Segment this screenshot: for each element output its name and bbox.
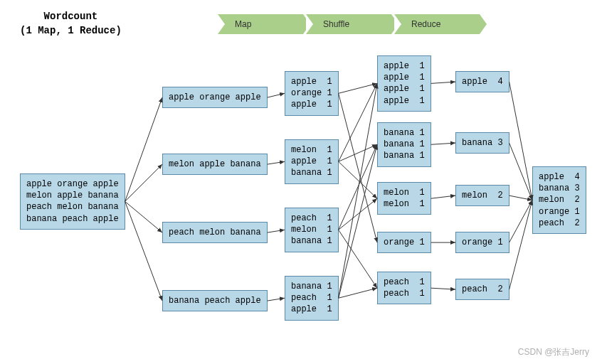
shuffle-box-banana: banana 1 banana 1 banana 1 (377, 122, 431, 167)
title-line1: Wordcount (20, 10, 122, 24)
svg-line-27 (509, 200, 532, 242)
watermark: CSDN @张吉Jerry (518, 346, 589, 358)
svg-line-6 (268, 230, 285, 232)
reduce-box-melon: melon 2 (455, 185, 509, 206)
svg-line-28 (509, 200, 532, 289)
split-box-2: peach melon banana (162, 222, 268, 243)
svg-line-7 (268, 298, 285, 301)
map-box-1: melon 1 apple 1 banana 1 (285, 139, 339, 184)
split-box-1: melon apple banana (162, 154, 268, 175)
svg-line-21 (431, 196, 455, 198)
svg-line-19 (431, 82, 455, 83)
reduce-box-orange: orange 1 (455, 232, 509, 253)
svg-line-23 (431, 288, 455, 289)
svg-line-13 (339, 144, 377, 230)
reduce-box-banana: banana 3 (455, 132, 509, 154)
reduce-box-peach: peach 2 (455, 279, 509, 300)
svg-line-12 (339, 161, 377, 198)
svg-line-4 (268, 93, 285, 97)
chevron-reduce: Reduce (394, 14, 480, 34)
split-box-0: apple orange apple (162, 87, 268, 108)
split-box-3: banana peach apple (162, 290, 268, 311)
shuffle-box-peach: peach 1 peach 1 (377, 272, 431, 304)
shuffle-box-orange: orange 1 (377, 232, 431, 253)
shuffle-box-melon: melon 1 melon 1 (377, 182, 431, 215)
svg-line-9 (339, 93, 377, 242)
chevron-shuffle: Shuffle (306, 14, 391, 34)
svg-line-8 (339, 83, 377, 93)
svg-line-18 (339, 288, 377, 298)
svg-line-2 (125, 201, 162, 232)
svg-line-11 (339, 144, 377, 161)
svg-line-10 (339, 83, 377, 161)
diagram-title: Wordcount (1 Map, 1 Reduce) (20, 10, 122, 38)
svg-line-3 (125, 201, 162, 301)
map-box-3: banana 1 peach 1 apple 1 (285, 276, 339, 321)
svg-line-0 (125, 97, 162, 201)
svg-line-16 (339, 83, 377, 298)
svg-line-14 (339, 198, 377, 230)
reduce-box-apple: apple 4 (455, 71, 509, 92)
svg-line-5 (268, 161, 285, 164)
stage-chevrons: Map Shuffle Reduce (218, 14, 482, 34)
title-line2: (1 Map, 1 Reduce) (20, 24, 122, 38)
map-box-0: apple 1 orange 1 apple 1 (285, 71, 339, 116)
svg-line-15 (339, 230, 377, 288)
svg-line-26 (509, 196, 532, 200)
map-box-2: peach 1 melon 1 banana 1 (285, 208, 339, 252)
chevron-map: Map (218, 14, 303, 34)
svg-line-24 (509, 82, 532, 200)
input-box: apple orange apple melon apple banana pe… (20, 173, 125, 230)
svg-line-20 (431, 143, 455, 144)
shuffle-box-apple: apple 1 apple 1 apple 1 apple 1 (377, 55, 431, 112)
svg-line-1 (125, 164, 162, 201)
final-output-box: apple 4 banana 3 melon 2 orange 1 peach … (532, 166, 586, 234)
svg-line-25 (509, 143, 532, 200)
svg-line-17 (339, 144, 377, 298)
